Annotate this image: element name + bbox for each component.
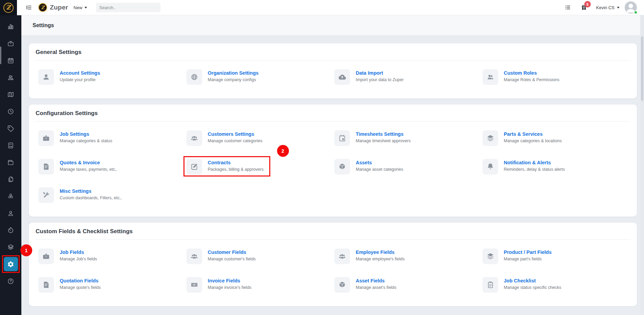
sidebar-item-settings-gear[interactable] — [0, 256, 21, 273]
settings-item-job-checklist[interactable]: Job ChecklistManage status specific chec… — [483, 277, 631, 293]
settings-item-product-part-fields[interactable]: Product / Part FieldsManage part's field… — [483, 248, 631, 264]
settings-item-notification-alerts[interactable]: Notification & AlertsReminders, delay & … — [483, 159, 631, 174]
gift-button[interactable]: 5 — [581, 4, 587, 11]
item-icon-tile — [187, 130, 202, 146]
sidebar-item-briefcase[interactable] — [0, 35, 21, 52]
settings-item-parts-services[interactable]: Parts & ServicesManage categories & loca… — [483, 130, 631, 146]
group-icon — [190, 134, 198, 142]
sidebar-item-customers[interactable] — [0, 69, 21, 86]
settings-item-customer-fields[interactable]: Customer FieldsManage customer's fields — [187, 248, 335, 264]
map-icon — [7, 91, 14, 98]
item-subtitle: Manage quote's fields — [60, 285, 101, 290]
settings-item-invoice-fields[interactable]: $Invoice FieldsManage invoice's fields — [187, 277, 335, 293]
search-input[interactable] — [99, 5, 159, 10]
sidebar-item-tag[interactable] — [0, 120, 21, 137]
brand[interactable]: Z Zuper — [38, 3, 68, 12]
item-icon-tile — [483, 130, 498, 146]
card-title: Configuration Settings — [29, 105, 637, 121]
item-subtitle: Reminders, delay & status alerts — [504, 167, 565, 172]
new-dropdown-label: New — [74, 5, 82, 10]
timer-icon — [7, 227, 14, 234]
item-icon-tile — [334, 248, 350, 264]
document-icon — [42, 281, 50, 289]
item-text: ContractsPackages, billing & approvers — [208, 159, 264, 172]
sidebar-item-user[interactable] — [0, 205, 21, 222]
nav-icon-wrap — [4, 104, 18, 118]
settings-item-custom-roles[interactable]: Custom RolesManage Roles & Permissions — [483, 69, 631, 85]
settings-item-job-settings[interactable]: Job SettingsManage categories & status — [38, 130, 187, 146]
item-title: Job Fields — [60, 249, 97, 255]
user-name: Kevin CS — [596, 5, 614, 10]
item-subtitle: Manage customer categories — [208, 138, 262, 143]
card-items-grid: Job SettingsManage categories & statusCu… — [29, 122, 637, 217]
bell-icon — [486, 163, 494, 171]
view-list-icon[interactable] — [564, 4, 571, 11]
layers-filled-icon — [486, 252, 494, 260]
sidebar-item-timer[interactable] — [0, 222, 21, 239]
settings-item-customers-settings[interactable]: Customers SettingsManage customer catego… — [187, 130, 335, 146]
settings-item-quotation-fields[interactable]: Quotation FieldsManage quote's fields — [38, 277, 187, 293]
item-icon-tile — [38, 130, 54, 146]
sidebar-item-help[interactable] — [0, 273, 21, 290]
sidebar-item-documents[interactable] — [0, 171, 21, 188]
app-logo[interactable]: Z — [0, 0, 17, 15]
item-title: Job Checklist — [504, 278, 562, 283]
item-subtitle: Manage invoice's fields — [208, 285, 252, 290]
settings-item-quotes-invoice[interactable]: Quotes & InvoiceManage taxes, payments, … — [38, 159, 187, 174]
item-subtitle: Manage Job's fields — [60, 257, 97, 261]
item-title: Job Settings — [60, 131, 112, 137]
settings-item-misc-settings[interactable]: Misc SettingsCustom dashboards, Filters,… — [38, 187, 187, 203]
document-icon — [42, 163, 50, 171]
sidebar-item-calculator[interactable] — [0, 137, 21, 154]
tag-icon — [7, 125, 14, 132]
item-text: Notification & AlertsReminders, delay & … — [504, 159, 565, 172]
avatar[interactable] — [625, 1, 637, 14]
item-title: Employee Fields — [356, 249, 405, 255]
vertical-scrollbar[interactable] — [640, 15, 644, 315]
topbar: Z Zuper New 5 Kevin CS — [17, 0, 644, 15]
sidebar-item-map[interactable] — [0, 86, 21, 103]
item-subtitle: Manage categories & locations — [504, 138, 562, 143]
people-icon — [486, 73, 494, 81]
edit-square-icon — [190, 163, 198, 171]
item-icon-tile — [187, 159, 202, 174]
vertical-scrollbar-thumb[interactable] — [641, 36, 643, 101]
new-dropdown[interactable]: New — [74, 5, 87, 10]
item-title: Asset Fields — [356, 278, 396, 283]
sidebar-item-wallet[interactable] — [0, 154, 21, 171]
settings-item-employee-fields[interactable]: Employee FieldsManage employee's fields — [334, 248, 483, 264]
card-items-grid: Account SettingsUpdate your profileOrgan… — [29, 60, 637, 98]
settings-item-assets[interactable]: AssetsManage asset categories — [334, 159, 483, 174]
sidebar-item-bar-chart[interactable] — [0, 18, 21, 35]
sidebar-item-cubes[interactable] — [0, 188, 21, 205]
briefcase-filled-icon — [42, 134, 50, 142]
settings-item-contracts[interactable]: 2ContractsPackages, billing & approvers — [187, 159, 335, 174]
nav-icon-wrap — [4, 172, 18, 186]
layers-icon — [7, 244, 14, 251]
settings-item-timesheets-settings[interactable]: Timesheets SettingsManage timesheet appr… — [334, 130, 483, 146]
topbar-right: 5 Kevin CS — [564, 1, 644, 14]
nav-icon-wrap — [4, 223, 18, 237]
sidebar-toggle-icon[interactable] — [25, 4, 32, 11]
item-icon-tile — [38, 159, 54, 174]
settings-item-account-settings[interactable]: Account SettingsUpdate your profile — [38, 69, 187, 85]
settings-item-asset-fields[interactable]: Asset FieldsManage asset's fields — [334, 277, 483, 293]
sidebar-item-clock[interactable] — [0, 103, 21, 120]
nav-icon-wrap — [4, 87, 18, 101]
sidebar-item-layers[interactable] — [0, 239, 21, 256]
sidebar-item-calendar[interactable] — [0, 52, 21, 69]
item-title: Account Settings — [60, 70, 100, 76]
item-subtitle: Custom dashboards, Filters, etc,. — [60, 196, 122, 200]
online-status-dot — [634, 11, 638, 14]
help-icon — [7, 278, 14, 285]
item-icon-tile — [38, 69, 54, 85]
settings-item-organization-settings[interactable]: Organization SettingsManage company conf… — [187, 69, 335, 85]
user-menu[interactable]: Kevin CS — [596, 5, 620, 10]
card-general-settings: General SettingsAccount SettingsUpdate y… — [29, 43, 637, 98]
item-text: Organization SettingsManage company conf… — [208, 69, 259, 82]
settings-item-job-fields[interactable]: Job FieldsManage Job's fields — [38, 248, 187, 264]
item-icon-tile — [38, 187, 54, 203]
nav-icon-wrap — [4, 53, 18, 68]
item-subtitle: Manage part's fields — [504, 257, 552, 261]
settings-item-data-import[interactable]: Data ImportImport your data to Zuper — [334, 69, 483, 85]
